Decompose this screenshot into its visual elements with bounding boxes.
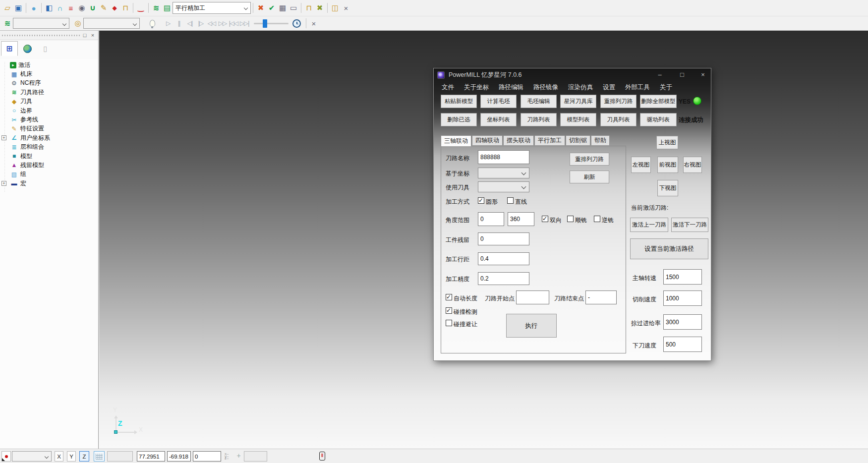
coordinate-z-input[interactable]	[193, 451, 221, 462]
ruler-icon[interactable]: ▭	[288, 2, 299, 13]
expand-icon[interactable]: +	[1, 181, 6, 186]
delete-selected-button[interactable]: 删除已选	[441, 113, 477, 126]
coord-list-button[interactable]: 坐标列表	[480, 113, 517, 126]
menu-path-edit[interactable]: 路径编辑	[494, 83, 528, 92]
tree-item-patterns[interactable]: ✂参考线	[0, 115, 98, 124]
bidirectional-checkbox[interactable]	[542, 216, 548, 222]
use-tool-select[interactable]	[478, 181, 529, 192]
tool-library-button[interactable]: 星河刀具库	[560, 95, 596, 108]
start-point-input[interactable]	[516, 290, 549, 304]
tab-swivel[interactable]: 摆头联动	[503, 135, 534, 145]
maximize-button[interactable]: □	[674, 68, 690, 81]
tool-database-icon[interactable]: ◫	[330, 2, 341, 13]
menu-file[interactable]: 文件	[437, 83, 459, 92]
delete-all-models-button[interactable]: 删除全部模型	[640, 95, 677, 108]
circle-checkbox[interactable]	[478, 197, 484, 204]
coordinate-y-input[interactable]	[167, 451, 191, 462]
close-button[interactable]: ×	[695, 68, 711, 81]
menu-path-mirror[interactable]: 路径镜像	[528, 83, 563, 92]
menu-coords[interactable]: 关于坐标	[459, 83, 494, 92]
view-top-button[interactable]: 上视图	[656, 136, 678, 149]
probe-position-icon[interactable]: +	[235, 452, 242, 460]
feature-set-icon[interactable]: ⊓	[120, 2, 131, 13]
tab-4axis[interactable]: 四轴联动	[472, 135, 503, 145]
strategy-list-icon[interactable]: ▤	[162, 2, 173, 13]
toolpath-list-button[interactable]: 刀路列表	[521, 113, 557, 126]
toolpath-sim-icon[interactable]: ≋	[2, 18, 13, 29]
tab-help[interactable]: 帮助	[591, 135, 610, 145]
menu-about[interactable]: 关于	[655, 83, 677, 92]
collision-avoid-checkbox[interactable]	[446, 320, 452, 326]
sim-toolbar-close-icon[interactable]: ×	[308, 18, 319, 29]
lightbulb-icon[interactable]	[147, 18, 158, 29]
tool-list-button[interactable]: 刀具列表	[600, 113, 637, 126]
tree-item-stock-models[interactable]: ▲残留模型	[0, 161, 98, 170]
strategy-combobox[interactable]: 平行精加工	[173, 2, 251, 14]
angle-start-input[interactable]	[478, 212, 504, 226]
rotation-lock-icon[interactable]: ‖	[319, 452, 325, 461]
stepover-input[interactable]	[478, 252, 529, 265]
pattern-points-icon[interactable]: ◆	[109, 2, 120, 13]
simulation-speed-slider[interactable]	[254, 23, 289, 24]
play-icon[interactable]: ▷	[163, 18, 174, 29]
execute-button[interactable]: 执行	[506, 314, 557, 338]
set-active-path-button[interactable]: 设置当前激活路径	[630, 238, 708, 259]
tab-parallel[interactable]: 平行加工	[534, 135, 565, 145]
conventional-checkbox[interactable]	[594, 216, 600, 222]
coord-base-select[interactable]	[478, 168, 529, 178]
tab-3axis[interactable]: 三轴联动	[441, 135, 471, 146]
axis-x-button[interactable]: X	[55, 451, 63, 462]
thread-mill-icon[interactable]: ‿	[135, 2, 146, 13]
tree-item-levels[interactable]: ≣层和组合	[0, 143, 98, 152]
view-right-button[interactable]: 右视图	[683, 157, 702, 173]
swap-axes-icon[interactable]: ✖	[314, 2, 325, 13]
tab-saw[interactable]: 切割锯	[566, 135, 590, 145]
toolbox-icon[interactable]: ✖	[255, 2, 266, 13]
paste-model-button[interactable]: 粘贴新模型	[441, 95, 477, 108]
panel-float-icon[interactable]: □	[81, 32, 88, 39]
line-checkbox[interactable]	[507, 197, 514, 204]
block-icon[interactable]: ◧	[44, 2, 55, 13]
menu-external-tools[interactable]: 外部工具	[620, 83, 655, 92]
slider-handle[interactable]	[263, 19, 267, 28]
measure-input[interactable]	[244, 451, 267, 462]
menu-render-sim[interactable]: 渲染仿真	[563, 83, 598, 92]
verify-toolpath-icon[interactable]: ✔	[266, 2, 277, 13]
skim-feed-input[interactable]	[663, 314, 702, 330]
powermill-toolpath-icon[interactable]: ≋	[151, 2, 162, 13]
xyz-list-icon[interactable]: x–y–z–	[225, 453, 231, 460]
auto-length-checkbox[interactable]	[446, 294, 452, 300]
tool-holder-icon[interactable]: ∪	[87, 2, 98, 13]
save-project-icon[interactable]: ▣	[13, 2, 24, 13]
tree-item-nc-programs[interactable]: ⚙NC程序	[0, 79, 98, 88]
tree-item-activate[interactable]: ▸激活	[0, 60, 98, 69]
tree-item-models[interactable]: ■模型	[0, 152, 98, 161]
tab-web[interactable]	[19, 41, 36, 56]
step-forward-icon[interactable]: |▷	[195, 18, 206, 29]
tree-item-workplanes[interactable]: +∠用户坐标系	[0, 133, 98, 142]
rapid-move-heights-icon[interactable]: ∩	[55, 2, 65, 13]
calc-block-button[interactable]: 计算毛坯	[480, 95, 517, 108]
shaded-view-icon[interactable]: ●	[28, 2, 39, 13]
plunge-feed-input[interactable]	[663, 337, 702, 352]
rearrange-toolpaths-button[interactable]: 重排列刀路	[600, 95, 637, 108]
drive-list-button[interactable]: 驱动列表	[640, 113, 677, 126]
climb-checkbox[interactable]	[567, 216, 574, 222]
go-to-start-icon[interactable]: |◁◁	[228, 18, 239, 29]
workplane-combobox[interactable]	[12, 451, 52, 462]
end-point-input[interactable]	[585, 290, 617, 304]
step-back-icon[interactable]: ◁|	[184, 18, 195, 29]
view-bottom-button[interactable]: 下视图	[657, 180, 678, 196]
expand-icon[interactable]: +	[1, 135, 6, 140]
panel-close-icon[interactable]: ×	[89, 32, 96, 39]
sim-toolpath-combobox[interactable]	[13, 18, 69, 29]
snap-value-input[interactable]	[107, 451, 133, 462]
collision-check-checkbox[interactable]	[446, 307, 452, 314]
tab-explorer-tree[interactable]: ⊞	[1, 41, 18, 56]
toolpath-name-input[interactable]	[478, 150, 529, 164]
tool-pair-icon[interactable]: ⊓	[303, 2, 314, 13]
tree-item-tools[interactable]: ◆刀具	[0, 97, 98, 106]
grid-snap-button[interactable]	[94, 451, 105, 462]
minimize-button[interactable]: –	[652, 68, 668, 81]
sim-tool-combobox[interactable]	[83, 18, 140, 29]
